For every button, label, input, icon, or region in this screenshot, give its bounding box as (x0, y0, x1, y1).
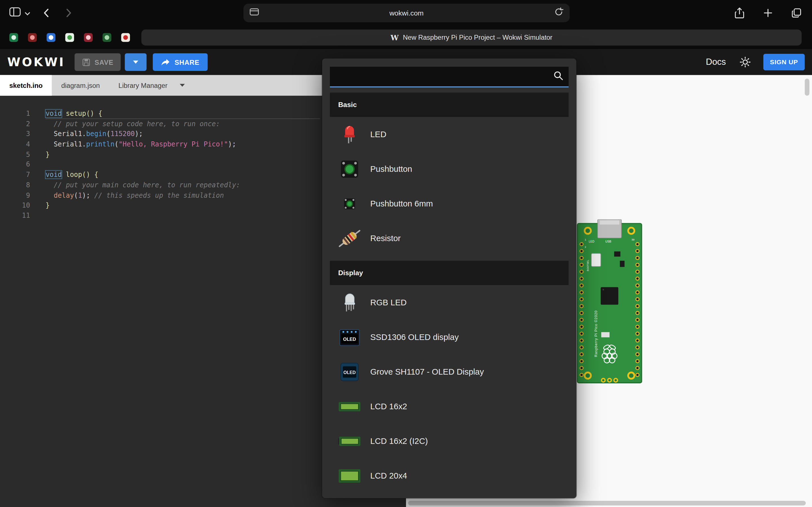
favicon-6[interactable] (103, 33, 111, 42)
part-item-ssd1306-oled-display[interactable]: OLEDSSD1306 OLED display (330, 320, 569, 354)
bootsel-button[interactable] (592, 253, 601, 267)
parts-search-input[interactable] (335, 71, 553, 81)
line-number: 11 (0, 210, 30, 221)
part-label: SSD1306 OLED display (370, 332, 459, 342)
line-number: 4 (0, 139, 30, 149)
bootsel-label: BOOTSEL (587, 260, 589, 271)
part-item-lcd-20x4[interactable]: LCD 20x4 (330, 458, 569, 493)
signup-button[interactable]: SIGN UP (763, 54, 805, 70)
forward-button[interactable] (60, 5, 77, 21)
pushbutton-6mm-icon (338, 192, 361, 215)
vertical-scrollbar[interactable] (805, 78, 809, 96)
line-number: 5 (0, 149, 30, 159)
favicon-4[interactable] (65, 33, 74, 42)
part-label: RGB LED (370, 298, 407, 307)
part-label: Pushbutton (370, 164, 412, 173)
board-silk-text: Raspberry Pi Pico ©2020 (594, 311, 598, 357)
horizontal-scrollbar[interactable] (408, 501, 806, 506)
url-bar[interactable]: wokwi.com (243, 4, 569, 22)
part-label: LCD 16x2 (I2C) (370, 436, 428, 446)
forward-icon (63, 8, 73, 18)
part-item-pushbutton[interactable]: Pushbutton (330, 152, 569, 186)
back-button[interactable] (38, 5, 55, 21)
floppy-icon (82, 58, 91, 66)
tab-diagram-json[interactable]: diagram.json (52, 75, 109, 96)
part-item-grove-sh1107-oled-display[interactable]: OLEDGrove SH1107 - OLED Display (330, 354, 569, 389)
grove-oled-icon: OLED (338, 360, 361, 383)
docs-link[interactable]: Docs (706, 57, 726, 67)
line-number: 3 (0, 129, 30, 139)
reload-icon[interactable] (554, 7, 563, 18)
save-dropdown-button[interactable] (125, 53, 147, 71)
sidebar-toggle-button[interactable] (6, 4, 33, 22)
favicon-2[interactable] (28, 33, 37, 42)
line-number: 9 (0, 190, 30, 200)
part-item-led[interactable]: LED (330, 117, 569, 152)
parts-search (330, 67, 569, 87)
tab-overview-button[interactable] (788, 5, 805, 21)
part-item-rgb-led[interactable]: RGB LED (330, 285, 569, 320)
pin2-label: 2 (585, 245, 586, 248)
rgb-led-icon (338, 291, 361, 314)
line-content: void loop() { (46, 170, 98, 180)
save-button[interactable]: SAVE (74, 53, 121, 71)
browser-chrome-top: wokwi.com (0, 0, 812, 26)
led-icon (338, 123, 361, 146)
part-label: LCD 20x4 (370, 471, 407, 480)
svg-text:OLED: OLED (343, 336, 356, 342)
resistor-icon (338, 227, 361, 249)
lcd16x2-icon (338, 395, 361, 418)
share-label: SHARE (174, 58, 199, 66)
search-icon (553, 70, 564, 83)
usb-silk-label: USB (605, 240, 611, 243)
line-number: 7 (0, 170, 30, 180)
sidebar-icon (9, 7, 22, 19)
theme-toggle-button[interactable] (736, 56, 754, 68)
tab-label: sketch.ino (9, 81, 43, 89)
part-item-resistor[interactable]: Resistor (330, 221, 569, 256)
back-icon (42, 8, 52, 18)
browser-tab-title: New Raspberry Pi Pico Project – Wokwi Si… (403, 34, 552, 41)
wokwi-logo[interactable]: WOKWI (7, 55, 65, 69)
part-item-pushbutton-6mm[interactable]: Pushbutton 6mm (330, 186, 569, 221)
line-content: delay(1); // this speeds up the simulati… (46, 190, 224, 200)
favicon-7[interactable] (121, 33, 130, 42)
smd-component (601, 332, 609, 337)
line-content: } (46, 149, 50, 159)
sun-icon (739, 56, 751, 68)
usb-lip (600, 220, 619, 224)
favicon-1[interactable] (9, 33, 18, 42)
favicon-5[interactable] (84, 33, 93, 42)
library-caret-icon (180, 84, 185, 87)
parts-section-header-display: Display (330, 261, 569, 285)
favicon-glyph (49, 35, 54, 40)
line-content: Serial1.println("Hello, Raspberry Pi Pic… (46, 139, 236, 149)
lcd16x2-i2c-icon (338, 430, 361, 452)
part-label: Grove SH1107 - OLED Display (370, 367, 484, 376)
part-label: Pushbutton 6mm (370, 199, 433, 208)
part-item-lcd-16x2-i2c-[interactable]: LCD 16x2 (I2C) (330, 424, 569, 458)
part-label: Resistor (370, 233, 401, 243)
page-icon[interactable] (250, 8, 259, 18)
browser-tab[interactable]: W New Raspberry Pi Pico Project – Wokwi … (141, 30, 802, 46)
line-number: 1 (0, 109, 30, 119)
line-number: 2 (0, 119, 30, 129)
share-button[interactable]: SHARE (153, 53, 208, 71)
tabs-icon (792, 8, 802, 18)
tab-sketch-ino[interactable]: sketch.ino (0, 75, 52, 96)
part-item-lcd-16x2[interactable]: LCD 16x2 (330, 389, 569, 424)
favicon-3[interactable] (47, 33, 55, 42)
plus-icon (763, 8, 772, 17)
pico-board[interactable]: 1 2 39 LED USB BOOTSEL Raspberry Pi Pico… (576, 219, 643, 386)
chevron-down-icon (25, 9, 30, 17)
smd-component (614, 251, 620, 257)
pin1-label: 1 (585, 238, 586, 241)
share-page-button[interactable] (731, 4, 748, 22)
favicon-glyph (123, 35, 128, 40)
share-icon (734, 7, 745, 18)
new-tab-button[interactable] (760, 5, 776, 20)
tab-library-manager[interactable]: Library Manager (109, 75, 194, 96)
part-label: LED (370, 129, 386, 139)
parts-picker-dialog: BasicLEDPushbuttonPushbutton 6mmResistor… (322, 59, 576, 498)
pin39-label: 39 (631, 238, 635, 241)
